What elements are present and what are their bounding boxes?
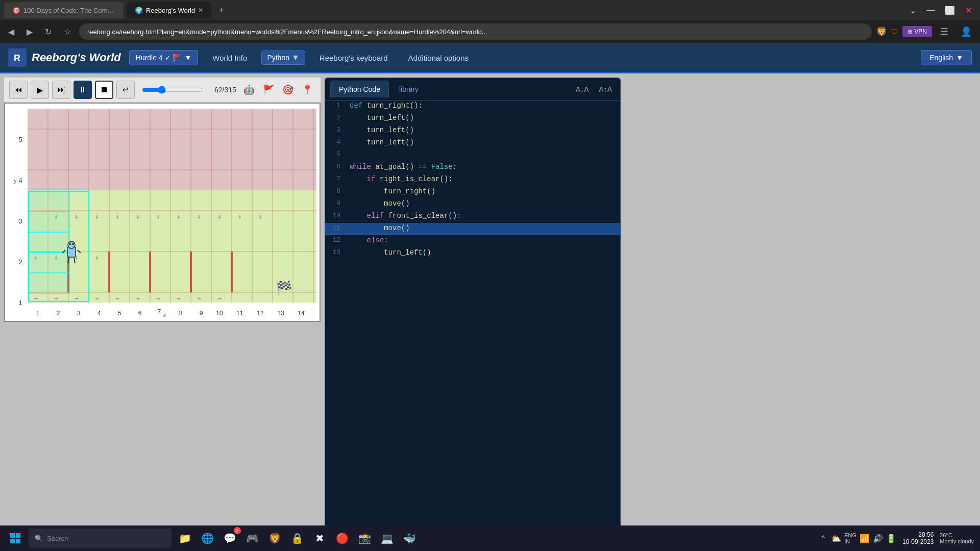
keyboard-button[interactable]: Reeborg's keyboard — [313, 51, 394, 65]
world-info-button[interactable]: World Info — [206, 51, 253, 65]
step-counter: 62/315 — [214, 86, 236, 94]
python-selector[interactable]: Python ▼ — [261, 51, 305, 65]
taskbar-time[interactable]: 20:56 10-09-2023 — [902, 531, 934, 545]
tab1-label: 100 Days of Code: The Complete Pyth — [23, 7, 115, 14]
bookmark-button[interactable]: ☆ — [60, 25, 75, 39]
code-line-7: 7 if right_is_clear(): — [325, 174, 620, 186]
y-label-4: 4 — [18, 177, 22, 184]
tab2-close[interactable]: ✕ — [198, 7, 203, 14]
app-layout: 🎯 100 Days of Code: The Complete Pyth 🌍 … — [0, 0, 980, 551]
font-controls: A↓A A↑A — [573, 84, 615, 94]
play-button[interactable]: ▶ — [31, 81, 49, 99]
back-button[interactable]: ◀ — [4, 25, 18, 39]
maximize-button[interactable]: ⬜ — [941, 5, 959, 16]
taskbar-vscode[interactable]: 💻 — [378, 529, 396, 547]
return-button[interactable]: ↵ — [116, 81, 135, 99]
app-header: R Reeborg's World Hurdle 4 ✓ 🚩 ▼ World I… — [0, 43, 980, 73]
svg-text:↓: ↓ — [137, 214, 139, 219]
font-increase-button[interactable]: A↑A — [596, 84, 615, 94]
svg-rect-26 — [190, 252, 192, 292]
code-line-5: 5 — [325, 149, 620, 162]
gaming-icon: 🎮 — [246, 532, 259, 544]
code-tabs: Python Code library A↓A A↑A — [325, 78, 620, 101]
svg-rect-25 — [149, 252, 151, 292]
svg-rect-57 — [29, 253, 69, 273]
flag-red-icon-button[interactable]: 🚩 — [260, 82, 277, 98]
taskbar-instagram[interactable]: 📸 — [355, 529, 374, 547]
start-button[interactable] — [6, 529, 24, 547]
wifi-icon: 📶 — [860, 534, 870, 543]
taskbar-docker[interactable]: 🐳 — [400, 529, 419, 547]
font-decrease-button[interactable]: A↓A — [573, 84, 592, 94]
svg-text:→: → — [135, 295, 140, 301]
language-selector[interactable]: English ▼ — [921, 50, 972, 65]
file-explorer-icon: 📁 — [179, 532, 191, 544]
weather-widget[interactable]: 26°C Mostly cloudy — [940, 532, 974, 544]
additional-options-button[interactable]: Additional options — [402, 51, 475, 65]
x-label-11: 11 — [236, 310, 243, 317]
tab-2[interactable]: 🌍 Reeborg's World ✕ — [127, 2, 211, 18]
svg-text:→: → — [33, 295, 38, 301]
settings-button[interactable]: ☰ — [936, 24, 952, 39]
speed-slider[interactable] — [142, 86, 203, 94]
svg-rect-2 — [28, 109, 316, 190]
system-tray-expand[interactable]: ^ — [822, 534, 825, 542]
pause-button[interactable]: ⏸ — [74, 81, 92, 99]
y-label-5: 5 — [18, 136, 22, 143]
stop-button[interactable]: ⏹ — [95, 81, 113, 99]
tab-overflow-button[interactable]: ⌄ — [905, 5, 920, 16]
svg-rect-56 — [29, 232, 69, 253]
edge-icon: 🌐 — [201, 532, 214, 544]
tab-1[interactable]: 🎯 100 Days of Code: The Complete Pyth — [4, 2, 124, 18]
tab-python-code[interactable]: Python Code — [330, 81, 389, 97]
vpn-button[interactable]: ⊕ VPN — [902, 26, 932, 37]
y-axis-label: y — [14, 178, 17, 184]
address-input[interactable] — [79, 23, 872, 40]
taskbar-search[interactable]: 🔍 Search — [29, 529, 172, 548]
step-forward-button[interactable]: ⏭ — [52, 81, 70, 99]
svg-text:↓: ↓ — [259, 214, 262, 219]
world-grid: → → → → → → → → → → ↓ ↓ — [4, 103, 321, 322]
minimize-button[interactable]: — — [922, 5, 939, 16]
taskbar-opera[interactable]: 🔴 — [333, 529, 351, 547]
x-label-13: 13 — [277, 310, 284, 317]
x-label-4: 4 — [97, 310, 101, 317]
forward-button[interactable]: ▶ — [22, 25, 37, 39]
chat-badge: 2 — [234, 527, 241, 534]
additional-options-label: Additional options — [408, 54, 469, 62]
taskbar-gaming[interactable]: 🎮 — [243, 529, 261, 547]
code-line-8: 8 turn_right() — [325, 186, 620, 198]
extra-icon-button[interactable]: 📍 — [299, 82, 315, 98]
code-line-10: 10 elif front_is_clear(): — [325, 211, 620, 223]
svg-rect-54 — [29, 191, 69, 212]
rewind-button[interactable]: ⏮ — [9, 81, 28, 99]
svg-text:→: → — [94, 295, 100, 301]
robot-icon-button[interactable]: 🤖 — [241, 82, 257, 98]
tab-library[interactable]: library — [391, 81, 427, 97]
taskbar-chat[interactable]: 💬 2 — [220, 529, 239, 547]
refresh-button[interactable]: ↻ — [41, 25, 56, 39]
world-selector-dropdown[interactable]: Hurdle 4 ✓ 🚩 ▼ — [129, 50, 199, 65]
taskbar-browser-icon[interactable]: 🌐 — [198, 529, 216, 547]
svg-text:→: → — [156, 295, 161, 301]
profile-button[interactable]: 👤 — [957, 24, 976, 39]
code-line-13: 13 turn_left() — [325, 247, 620, 260]
app-title: Reeborg's World — [32, 51, 121, 64]
dropdown-arrow-icon: ▼ — [184, 54, 191, 62]
taskbar-file-explorer[interactable]: 📁 — [176, 529, 194, 547]
close-button[interactable]: ✕ — [961, 5, 976, 16]
teams-icon: 💬 — [224, 532, 236, 544]
brave-taskbar-icon: 🦁 — [268, 532, 281, 544]
logo-icon: R — [8, 48, 27, 67]
target-icon-button[interactable]: 🎯 — [280, 82, 296, 98]
taskbar-security[interactable]: 🔒 — [288, 529, 306, 547]
svg-point-62 — [72, 243, 74, 245]
language-dropdown-icon: ▼ — [956, 54, 963, 62]
new-tab-button[interactable]: + — [214, 3, 228, 18]
taskbar-x[interactable]: ✖ — [310, 529, 329, 547]
tab2-favicon: 🌍 — [135, 7, 143, 14]
taskbar-brave[interactable]: 🦁 — [265, 529, 284, 547]
x-label-8: 8 — [179, 310, 183, 317]
code-body[interactable]: 1 def turn_right(): 2 turn_left() 3 turn… — [325, 101, 620, 546]
weather-taskbar-icon: ⛅ — [831, 534, 841, 543]
